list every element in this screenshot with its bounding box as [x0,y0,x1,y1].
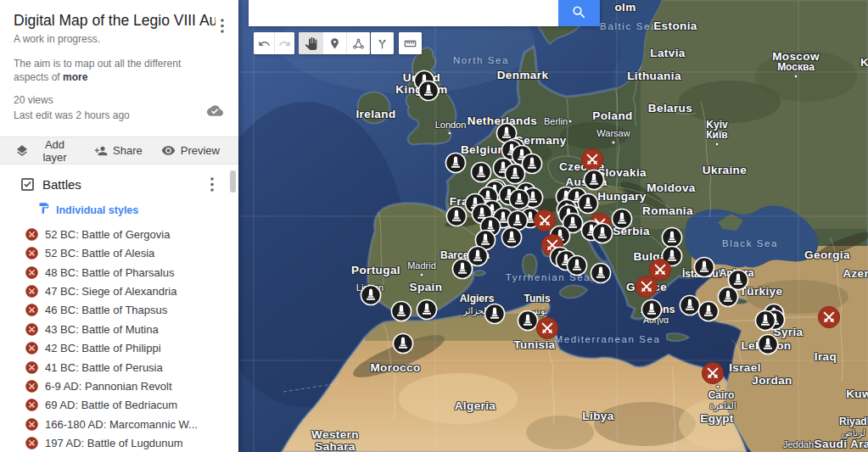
monument-marker[interactable] [484,303,506,325]
monument-marker[interactable] [417,80,440,102]
monument-marker[interactable] [611,208,633,230]
battle-marker[interactable] [817,305,841,329]
individual-styles-row[interactable]: Individual styles [37,202,238,218]
hand-icon [305,37,317,50]
eye-icon [161,143,176,158]
more-link[interactable]: more [63,70,87,84]
layers-icon [15,144,29,158]
search-icon [571,4,587,23]
monument-marker[interactable] [445,152,467,174]
monument-marker[interactable] [445,205,468,227]
search-bar [249,0,600,26]
my-maps-app: North SeaBaltic SeaBlack SeaTyrrhenian S… [0,0,868,452]
battle-list-item[interactable]: 43 BC: Battle of Mutina [0,320,238,338]
map-markers [238,0,868,452]
share-button[interactable]: Share [94,144,143,158]
monument-marker[interactable] [717,286,739,308]
monument-marker[interactable] [757,333,779,355]
battle-item-label: 43 BC: Battle of Mutina [45,323,159,336]
crossed-swords-icon [25,380,38,393]
crossed-swords-icon [25,323,38,336]
map-menu-kebab-icon[interactable] [215,17,230,34]
battle-list-item[interactable]: 197 AD: Battle of Lugdunum [0,433,238,452]
draw-line-tool-button[interactable] [346,32,370,54]
map-meta: 20 views Last edit was 2 hours ago [14,93,227,123]
monument-marker[interactable] [392,332,414,354]
undo-tool-button[interactable] [254,32,274,54]
battle-item-label: 48 BC: Battle of Pharsalus [45,266,174,279]
monument-marker[interactable] [360,284,382,306]
tool-group [371,32,394,54]
last-edit: Last edit was 2 hours ago [14,109,227,123]
monument-marker[interactable] [501,226,523,248]
paint-roller-icon [37,202,50,218]
battle-list-item[interactable]: 52 BC: Battle of Gergovia [0,225,238,243]
battle-list-item[interactable]: 47 BC: Siege of Alexandria [0,282,238,300]
layer-checkbox[interactable] [21,178,34,191]
crossed-swords-icon [25,304,38,316]
monument-marker[interactable] [416,299,438,321]
crossed-swords-icon [25,399,38,411]
map-info-header: Digital Map of the Legio VIII Augu... A … [0,0,238,128]
marker-pin-tool-button[interactable] [322,32,346,54]
monument-marker[interactable] [754,310,776,332]
crossed-swords-icon [25,228,38,241]
battle-item-label: 166-180 AD: Marcomannic W... [45,418,198,431]
ruler-icon [404,37,417,50]
monument-marker[interactable] [591,222,613,244]
monument-marker[interactable] [590,262,612,284]
crossed-swords-icon [25,266,38,279]
battle-item-label: 42 BC: Battle of Philippi [45,342,161,354]
battle-list-item[interactable]: 46 BC: Battle of Thapsus [0,301,238,320]
monument-marker[interactable] [390,300,412,322]
directions-icon [376,37,389,50]
battle-marker[interactable] [535,316,559,340]
battle-marker[interactable] [635,275,658,299]
monument-marker[interactable] [641,299,663,321]
hand-tool-button[interactable] [299,32,322,54]
battle-list-item[interactable]: 41 BC: Battle of Perusia [0,358,238,377]
views-count: 20 views [14,93,227,108]
preview-button[interactable]: Preview [161,143,220,158]
add-layer-button[interactable]: Add layer [15,138,76,164]
map-description: The aim is to map out all the different … [14,57,217,84]
battle-item-label: 52 BC: Battle of Alesia [45,247,154,259]
draw-line-icon [352,37,365,50]
scrollbar-thumb[interactable] [230,170,236,193]
battle-marker[interactable] [580,148,604,171]
cloud-saved-icon [207,103,223,123]
layer-menu-kebab-icon[interactable] [204,176,220,193]
redo-tool-button[interactable] [274,32,294,54]
battle-list-item[interactable]: 6-9 AD: Pannonian Revolt [0,377,238,395]
battle-list-item[interactable]: 69 AD: Battle of Bedriacum [0,396,238,415]
search-button[interactable] [558,0,600,26]
search-input[interactable] [249,0,558,26]
battle-list-item[interactable]: 166-180 AD: Marcomannic W... [0,415,238,433]
marker-pin-icon [328,37,341,50]
layer-panel: Battles Individual styles 52 BC: Battle … [0,165,238,452]
crossed-swords-icon [25,342,38,354]
battle-list: 52 BC: Battle of Gergovia52 BC: Battle o… [0,225,238,452]
individual-styles-label: Individual styles [56,204,138,216]
battle-marker[interactable] [701,361,725,385]
battle-item-label: 69 AD: Battle of Bedriacum [45,399,177,411]
monument-marker[interactable] [451,258,473,280]
battle-list-item[interactable]: 42 BC: Battle of Philippi [0,339,238,358]
battle-list-item[interactable]: 52 BC: Battle of Alesia [0,244,238,263]
crossed-swords-icon [25,437,38,449]
battle-list-item[interactable]: 48 BC: Battle of Pharsalus [0,263,238,282]
action-label: Share [113,144,143,157]
battle-item-label: 41 BC: Battle of Perusia [45,361,163,374]
monument-marker[interactable] [566,254,588,276]
layer-name[interactable]: Battles [42,177,204,192]
crossed-swords-icon [25,418,38,431]
ruler-tool-button[interactable] [399,32,422,54]
tool-group [299,32,370,54]
map-subtitle: A work in progress. [14,33,227,45]
monument-marker[interactable] [693,256,715,278]
crossed-swords-icon [25,361,38,374]
map-canvas[interactable]: North SeaBaltic SeaBlack SeaTyrrhenian S… [238,0,868,452]
directions-tool-button[interactable] [371,32,394,54]
monument-marker[interactable] [697,300,720,322]
map-title[interactable]: Digital Map of the Legio VIII Augu... [14,12,216,30]
